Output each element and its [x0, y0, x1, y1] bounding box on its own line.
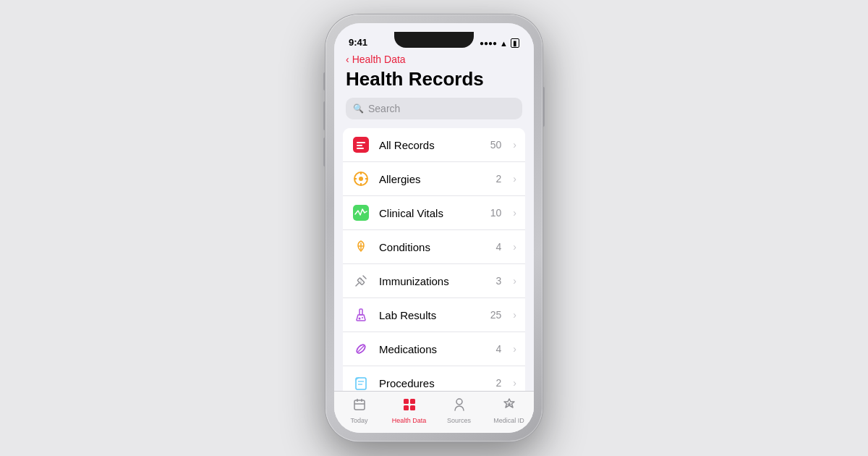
svg-point-5 [359, 177, 363, 181]
battery-icon: ▮ [511, 38, 519, 48]
svg-rect-23 [356, 378, 366, 389]
tab-health-data[interactable]: Health Data [384, 397, 434, 424]
conditions-label: Conditions [379, 241, 488, 253]
lab-results-chevron-icon: › [513, 309, 516, 321]
back-navigation[interactable]: ‹ Health Data [334, 51, 534, 67]
status-time: 9:41 [349, 37, 367, 48]
lab-results-icon [352, 305, 370, 324]
medications-icon [352, 339, 370, 358]
clinical-vitals-icon [352, 203, 370, 222]
allergies-count: 2 [496, 173, 502, 185]
svg-line-13 [363, 276, 366, 279]
immunizations-chevron-icon: › [513, 275, 516, 287]
svg-rect-27 [354, 400, 365, 410]
medications-chevron-icon: › [513, 343, 516, 355]
status-icons: ●●●● ▲ ▮ [480, 38, 519, 48]
allergies-chevron-icon: › [513, 173, 516, 185]
medical-id-tab-icon [502, 397, 516, 415]
today-tab-icon [352, 397, 367, 415]
all-records-icon [352, 135, 370, 154]
svg-line-15 [356, 283, 359, 286]
sources-tab-icon [452, 397, 467, 415]
immunizations-item[interactable]: Immunizations 3 › [343, 264, 525, 298]
volume-down-button [323, 138, 326, 166]
allergies-label: Allergies [379, 173, 488, 185]
all-records-item[interactable]: All Records 50 › [343, 128, 525, 162]
phone-screen: 9:41 ●●●● ▲ ▮ ‹ Health Data Health Recor… [334, 23, 534, 433]
conditions-count: 4 [496, 241, 502, 253]
conditions-chevron-icon: › [513, 241, 516, 253]
svg-rect-3 [357, 148, 364, 149]
clinical-vitals-chevron-icon: › [513, 207, 516, 219]
clinical-vitals-item[interactable]: Clinical Vitals 10 › [343, 196, 525, 230]
all-records-chevron-icon: › [513, 139, 516, 151]
records-list: All Records 50 › [343, 128, 525, 391]
volume-up-button [323, 101, 326, 130]
procedures-item[interactable]: Procedures 2 › [343, 366, 525, 391]
clinical-vitals-count: 10 [490, 207, 502, 219]
tab-sources[interactable]: Sources [434, 397, 484, 424]
page-title: Health Records [334, 67, 534, 98]
tab-medical-id[interactable]: Medical ID [484, 397, 534, 424]
allergies-item[interactable]: Allergies 2 › [343, 162, 525, 196]
svg-point-19 [362, 317, 363, 318]
allergies-icon [352, 169, 370, 188]
all-records-count: 50 [490, 139, 502, 151]
lab-results-item[interactable]: Lab Results 25 › [343, 298, 525, 332]
procedures-icon [352, 373, 370, 391]
immunizations-label: Immunizations [379, 275, 488, 287]
search-icon: 🔍 [353, 104, 364, 114]
svg-rect-1 [357, 142, 365, 143]
clinical-vitals-label: Clinical Vitals [379, 207, 482, 219]
tab-today[interactable]: Today [334, 397, 384, 424]
svg-point-18 [359, 318, 361, 320]
immunizations-count: 3 [496, 275, 502, 287]
conditions-icon [352, 237, 370, 256]
notch [394, 32, 474, 48]
medications-count: 4 [496, 343, 502, 355]
conditions-item[interactable]: Conditions 4 › [343, 230, 525, 264]
mute-button [323, 72, 326, 90]
svg-rect-17 [359, 309, 362, 315]
screen-content: ‹ Health Data Health Records 🔍 Search [334, 51, 534, 433]
svg-rect-34 [410, 405, 415, 410]
svg-rect-2 [357, 145, 362, 146]
search-bar[interactable]: 🔍 Search [346, 98, 522, 119]
health-data-tab-icon [402, 397, 417, 415]
back-label[interactable]: Health Data [352, 54, 406, 65]
phone-device: 9:41 ●●●● ▲ ▮ ‹ Health Data Health Recor… [326, 14, 542, 442]
medications-label: Medications [379, 343, 488, 355]
all-records-label: All Records [379, 139, 482, 151]
medications-item[interactable]: Medications 4 › [343, 332, 525, 366]
svg-rect-33 [404, 405, 409, 410]
tab-bar: Today Health Data [334, 391, 534, 433]
svg-rect-32 [410, 399, 415, 404]
immunizations-icon [352, 271, 370, 290]
back-chevron-icon: ‹ [346, 54, 349, 65]
health-data-tab-label: Health Data [392, 417, 427, 424]
lab-results-count: 25 [490, 309, 502, 321]
lab-results-label: Lab Results [379, 309, 482, 321]
procedures-count: 2 [496, 377, 502, 389]
scrollable-area[interactable]: ‹ Health Data Health Records 🔍 Search [334, 51, 534, 391]
signal-icon: ●●●● [480, 39, 497, 47]
power-button [542, 87, 545, 127]
sources-tab-label: Sources [447, 417, 471, 424]
svg-rect-31 [404, 399, 409, 404]
wifi-icon: ▲ [500, 39, 508, 48]
medical-id-tab-label: Medical ID [493, 417, 524, 424]
today-tab-label: Today [350, 417, 367, 424]
search-placeholder: Search [368, 103, 400, 114]
procedures-label: Procedures [379, 377, 488, 389]
procedures-chevron-icon: › [513, 377, 516, 389]
